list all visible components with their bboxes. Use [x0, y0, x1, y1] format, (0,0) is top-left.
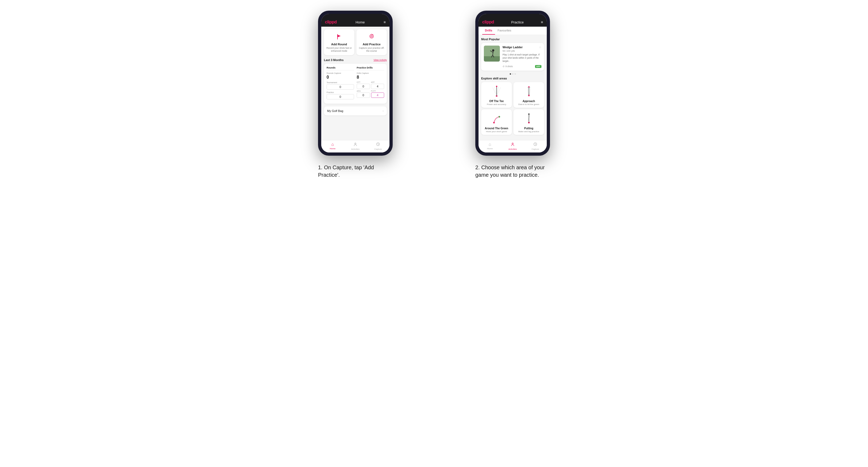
- svg-point-1: [370, 34, 373, 38]
- atg-diagram: [490, 112, 503, 125]
- sub-stats-2: ARG 0 PUTT 4: [357, 90, 384, 98]
- tournament-label: Tournament: [327, 81, 354, 84]
- chevron-right-icon: ›: [382, 109, 383, 113]
- phone2-tabs: Drills Favourites: [478, 27, 547, 35]
- nav-capture-2[interactable]: Capture: [524, 142, 547, 150]
- svg-line-16: [495, 87, 497, 96]
- arg-value: 0: [357, 93, 370, 98]
- clock-icon: ⏱: [502, 65, 505, 68]
- phone1-body: Add Round Record your shots fast or enha…: [321, 27, 390, 140]
- sub-stats-1: OTT 0 APP 4: [357, 81, 384, 89]
- phone1-section: clippd Home ≡: [287, 11, 423, 179]
- phone2-header-title: Practice: [511, 20, 524, 24]
- target-icon: [367, 33, 376, 41]
- phone2-section: clippd Practice ≡ Drills Favourites Most…: [445, 11, 581, 179]
- app-badge: APP: [535, 65, 541, 68]
- tab-favourites[interactable]: Favourites: [495, 27, 514, 35]
- nav-capture-label-1: Capture: [374, 148, 382, 150]
- putt-value: 4: [371, 93, 384, 98]
- svg-point-23: [528, 87, 529, 88]
- skill-grid: Off The Tee Power and accuracy: [481, 82, 544, 135]
- golf-bag-row[interactable]: My Golf Bag ›: [324, 106, 387, 116]
- atg-name: Around The Green: [485, 127, 508, 130]
- add-round-card[interactable]: Add Round Record your shots fast or enha…: [324, 29, 354, 55]
- phone1-header-title: Home: [355, 20, 365, 24]
- phone2-header: clippd Practice ≡: [478, 17, 547, 27]
- ott-value: 0: [357, 84, 370, 89]
- caption-2: 2. Choose which area of your game you wa…: [475, 164, 550, 179]
- approach-desc: Dial-in to hit the green: [518, 103, 539, 105]
- phone2-frame: clippd Practice ≡ Drills Favourites Most…: [475, 11, 550, 156]
- activities-icon-1: [353, 142, 358, 147]
- tournament-value: 0: [327, 84, 354, 90]
- ott-diagram: [490, 85, 503, 98]
- drills-capture-label: Drills Capture: [357, 72, 384, 74]
- rounds-capture-label: Rounds Capture: [327, 72, 354, 74]
- skill-card-ott[interactable]: Off The Tee Power and accuracy: [481, 82, 512, 108]
- flag-icon: [335, 33, 343, 41]
- svg-point-2: [371, 35, 372, 37]
- svg-point-20: [496, 86, 497, 87]
- skill-card-putting[interactable]: Putting Make and lag practice: [514, 109, 544, 135]
- activities-icon-2: [510, 142, 515, 147]
- app-label: APP: [371, 81, 384, 83]
- featured-footer: ⏱ 9 shots APP: [502, 65, 541, 68]
- svg-line-18: [497, 87, 498, 96]
- capture-icon-2: [533, 142, 537, 147]
- phone2-bottom-nav: ⌂ Home Activities: [478, 140, 547, 153]
- tab-drills[interactable]: Drills: [482, 27, 495, 35]
- stats-panel: Rounds Rounds Capture 0 Tournament 0: [324, 64, 387, 104]
- drills-capture-value: 8: [357, 75, 384, 80]
- phone1-screen: clippd Home ≡: [321, 14, 390, 153]
- skill-card-approach[interactable]: Approach Dial-in to hit the green: [514, 82, 544, 108]
- explore-title: Explore skill areas: [481, 77, 544, 80]
- star-icon[interactable]: ☆: [539, 45, 541, 49]
- nav-home-2[interactable]: ⌂ Home: [478, 142, 501, 150]
- nav-capture-label-2: Capture: [532, 148, 539, 150]
- status-bar-1: [321, 14, 390, 17]
- dot-2: [512, 73, 514, 75]
- nav-home-label-2: Home: [487, 147, 493, 150]
- svg-point-4: [355, 143, 356, 144]
- nav-activities-2[interactable]: Activities: [501, 142, 524, 150]
- app-value: 4: [371, 84, 384, 89]
- practice-label: Practice: [327, 91, 354, 94]
- add-practice-desc: Capture your practice off-the-course: [359, 46, 385, 53]
- view-activity-link[interactable]: View Activity: [373, 59, 387, 61]
- arg-stat: ARG 0: [357, 90, 370, 98]
- hamburger-icon-2[interactable]: ≡: [541, 20, 543, 24]
- ott-label: OTT: [357, 81, 370, 83]
- nav-capture-1[interactable]: Capture: [367, 142, 390, 150]
- most-popular-title: Most Popular: [481, 38, 544, 41]
- stats-columns: Rounds Rounds Capture 0 Tournament 0: [327, 66, 384, 101]
- tournament-row: Tournament 0: [327, 81, 354, 90]
- shots-count: 9 shots: [505, 65, 513, 68]
- nav-home-label-1: Home: [330, 147, 335, 150]
- add-practice-card[interactable]: Add Practice Capture your practice off-t…: [356, 29, 387, 55]
- clippd-logo-2: clippd: [482, 20, 494, 25]
- rounds-column: Rounds Rounds Capture 0 Tournament 0: [327, 66, 354, 101]
- capture-icon-1: [376, 142, 380, 147]
- skill-card-atg[interactable]: Around The Green Hone your short game: [481, 109, 512, 135]
- hamburger-icon-1[interactable]: ≡: [383, 20, 386, 24]
- arg-label: ARG: [357, 90, 370, 92]
- svg-line-15: [493, 87, 497, 96]
- practice-row: Practice 0: [327, 91, 354, 99]
- rounds-capture-value: 0: [327, 75, 354, 80]
- featured-image: [484, 45, 500, 62]
- practice-drills-title: Practice Drills: [357, 66, 384, 70]
- home-icon-2: ⌂: [489, 142, 491, 147]
- clippd-logo-1: clippd: [325, 20, 337, 25]
- last-3-months-label: Last 3 Months: [324, 58, 344, 62]
- drills-capture-row: Drills Capture 8: [357, 72, 384, 80]
- nav-home-1[interactable]: ⌂ Home: [321, 142, 344, 150]
- putting-name: Putting: [524, 127, 533, 130]
- nav-activities-1[interactable]: Activities: [344, 142, 367, 150]
- svg-point-27: [497, 117, 498, 118]
- phone2-body: Most Popular: [478, 35, 547, 140]
- page-container: clippd Home ≡: [287, 11, 581, 179]
- dot-3: [515, 73, 516, 75]
- featured-title-row: Wedge Ladder ☆: [502, 45, 541, 49]
- putt-label: PUTT: [371, 90, 384, 92]
- featured-card[interactable]: Wedge Ladder ☆ 50–100 yds Play 1 shot at…: [481, 43, 544, 71]
